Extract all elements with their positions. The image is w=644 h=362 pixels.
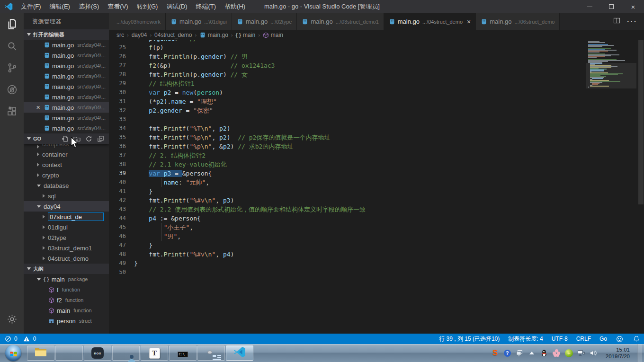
activity-debug-icon[interactable] bbox=[0, 79, 24, 100]
tree-item-sql[interactable]: sql bbox=[24, 191, 109, 201]
tab-06struct-demo[interactable]: main.go...\06struct_demo bbox=[476, 13, 560, 30]
taskbar-nox-button[interactable]: nox bbox=[84, 345, 111, 361]
show-desktop-button[interactable] bbox=[637, 344, 642, 362]
menu-t[interactable]: 终端(T) bbox=[191, 3, 220, 10]
menu-e[interactable]: 编辑(E) bbox=[45, 3, 74, 10]
code-line-25[interactable]: 25 f(p) bbox=[109, 43, 644, 52]
line-number[interactable]: 28 bbox=[109, 70, 126, 79]
line-number[interactable]: 27 bbox=[109, 61, 126, 70]
scrollbar-thumb[interactable] bbox=[638, 40, 644, 204]
activity-explorer-icon[interactable] bbox=[0, 13, 24, 35]
code-line-37[interactable]: 37 // 2. 结构体指针2 bbox=[109, 151, 644, 160]
line-number[interactable]: 42 bbox=[109, 196, 126, 205]
tab-03struct-demo1[interactable]: main.go...\03struct_demo1 bbox=[297, 13, 384, 30]
warnings-count[interactable]: 0 bbox=[33, 336, 36, 342]
code-line-39[interactable]: 39 var p3 = &person{ bbox=[109, 169, 644, 178]
code-line-31[interactable]: 31 (*p2).name = "理想" bbox=[109, 97, 644, 106]
outline-item-f-function[interactable]: ffunction bbox=[24, 284, 109, 295]
code-line-33[interactable]: 33 bbox=[109, 115, 644, 124]
taskbar-remote-tool-button[interactable] bbox=[197, 345, 225, 361]
code-line-47[interactable]: 47 } bbox=[109, 241, 644, 250]
open-editor-item[interactable]: ✕main.gosrc\day04\... bbox=[24, 40, 109, 50]
code-line-44[interactable]: 44 p4 := &person{ bbox=[109, 214, 644, 223]
code-line-35[interactable]: 35 fmt.Printf("%p\n", p2) // p2保存的值就是一个内… bbox=[109, 133, 644, 142]
new-folder-icon[interactable] bbox=[73, 135, 80, 142]
line-number[interactable]: 30 bbox=[109, 88, 126, 97]
tray-volume-icon[interactable] bbox=[590, 349, 598, 357]
taskbar-chrome-button[interactable] bbox=[55, 345, 83, 361]
tree-item-container[interactable]: container bbox=[24, 149, 109, 159]
breadcrumb-04struct-demo-2[interactable]: 04struct_demo bbox=[153, 32, 193, 38]
editor-scrollbar[interactable] bbox=[638, 40, 644, 334]
breadcrumb-main-go-3[interactable]: main.go bbox=[198, 32, 229, 38]
line-number[interactable]: 46 bbox=[109, 232, 126, 241]
close-editor-icon[interactable]: ✕ bbox=[36, 105, 44, 111]
code-line-38[interactable]: 38 // 2.1 key-value初始化 bbox=[109, 160, 644, 169]
line-number[interactable]: 43 bbox=[109, 205, 126, 214]
menu-h[interactable]: 帮助(H) bbox=[220, 3, 250, 10]
tree-item-day04[interactable]: day04 bbox=[24, 201, 109, 212]
tree-item-01digui[interactable]: 01digui bbox=[24, 222, 109, 232]
line-number[interactable]: 40 bbox=[109, 178, 126, 187]
line-number[interactable]: 48 bbox=[109, 250, 126, 259]
split-editor-icon[interactable] bbox=[613, 17, 620, 26]
line-number[interactable]: 44 bbox=[109, 214, 126, 223]
code-line-41[interactable]: 41 } bbox=[109, 187, 644, 196]
taskbar-explorer-button[interactable] bbox=[27, 345, 54, 361]
line-number[interactable]: 31 bbox=[109, 97, 126, 106]
more-actions-icon[interactable]: ··· bbox=[627, 18, 637, 26]
line-number[interactable]: 45 bbox=[109, 223, 126, 232]
code-line-50[interactable]: 50 bbox=[109, 268, 644, 277]
outline-header[interactable]: 大纲 bbox=[24, 264, 109, 274]
menu-d[interactable]: 调试(D) bbox=[162, 3, 191, 10]
line-number[interactable]: 49 bbox=[109, 259, 126, 268]
line-number[interactable]: 29 bbox=[109, 79, 126, 88]
tree-item-context[interactable]: context bbox=[24, 159, 109, 170]
line-number[interactable]: 41 bbox=[109, 187, 126, 196]
taskbar-clock[interactable]: 15:012019/7/20 bbox=[606, 346, 630, 360]
open-editor-item[interactable]: ✕main.gosrc\day04\... bbox=[24, 50, 109, 61]
line-number[interactable]: 39 bbox=[109, 169, 126, 178]
menu-v[interactable]: 查看(V) bbox=[103, 3, 132, 10]
tray-flower-icon[interactable] bbox=[553, 349, 561, 357]
settings-gear-icon[interactable] bbox=[0, 308, 24, 330]
tray-help-icon[interactable]: ? bbox=[503, 349, 511, 357]
line-number[interactable]: 35 bbox=[109, 133, 126, 142]
maximize-button[interactable] bbox=[600, 0, 622, 13]
tree-item-03struct-demo1[interactable]: 03struct_demo1 bbox=[24, 243, 109, 253]
line-number[interactable]: 25 bbox=[109, 43, 126, 52]
code-line-45[interactable]: 45 "小王子", bbox=[109, 223, 644, 232]
line-number[interactable]: 47 bbox=[109, 241, 126, 250]
taskbar-typora-button[interactable]: T bbox=[141, 345, 168, 361]
errors-icon[interactable] bbox=[4, 335, 12, 343]
open-editor-item[interactable]: ✕main.gosrc\day04\... bbox=[24, 123, 109, 133]
line-number[interactable]: 37 bbox=[109, 151, 126, 160]
open-editor-item[interactable]: ✕main.gosrc\day04\... bbox=[24, 113, 109, 123]
line-number[interactable]: 26 bbox=[109, 52, 126, 61]
taskbar-vscode-button[interactable] bbox=[226, 345, 253, 361]
minimap[interactable] bbox=[588, 41, 634, 88]
tray-hidden-icons-icon[interactable] bbox=[528, 349, 536, 357]
open-editor-item[interactable]: ✕main.gosrc\day04\... bbox=[24, 81, 109, 92]
go-section-header[interactable]: GO bbox=[24, 133, 109, 144]
tab-01digui[interactable]: main.go...\01digui bbox=[166, 13, 232, 30]
open-editor-item[interactable]: ✕main.gosrc\day04\... bbox=[24, 61, 109, 71]
code-editor[interactable]: 24 p.gender // 25 f(p)26 fmt.Println(p.g… bbox=[109, 40, 644, 334]
close-button[interactable]: × bbox=[622, 0, 644, 13]
tray-window-switch-icon[interactable] bbox=[516, 349, 524, 357]
code-line-34[interactable]: 34 fmt.Printf("%T\n", p2) bbox=[109, 124, 644, 133]
open-editor-item[interactable]: ✕main.gosrc\day04\... bbox=[24, 71, 109, 81]
tray-network-icon[interactable] bbox=[577, 349, 585, 357]
status-utf-8[interactable]: UTF-8 bbox=[552, 336, 568, 342]
code-line-30[interactable]: 30 var p2 = new(person) bbox=[109, 88, 644, 97]
breadcrumb-main-4[interactable]: { }main bbox=[234, 32, 256, 38]
start-button[interactable] bbox=[0, 344, 27, 362]
outline-item-f2-function[interactable]: f2function bbox=[24, 295, 109, 305]
breadcrumb-day04-1[interactable]: day04 bbox=[131, 32, 148, 38]
line-number[interactable]: 36 bbox=[109, 142, 126, 151]
menu-s[interactable]: 选择(S) bbox=[74, 3, 103, 10]
tray-antivirus-icon[interactable]: + bbox=[565, 349, 573, 357]
activity-source-control-icon[interactable] bbox=[0, 57, 24, 79]
code-line-29[interactable]: 29 // 结构体指针1 bbox=[109, 79, 644, 88]
menu-g[interactable]: 转到(G) bbox=[133, 3, 162, 10]
